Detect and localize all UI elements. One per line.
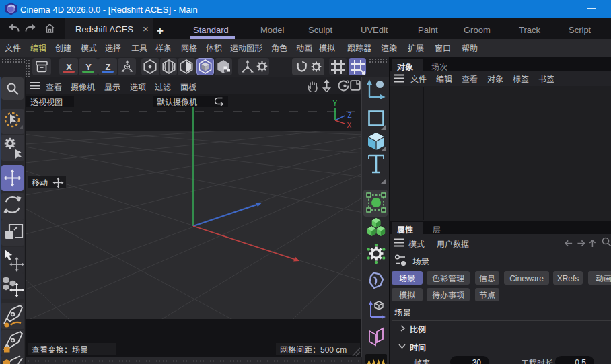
svg-text:X: X	[347, 122, 352, 129]
svg-text:Y: Y	[333, 100, 338, 107]
svg-text:Z: Z	[348, 112, 352, 119]
